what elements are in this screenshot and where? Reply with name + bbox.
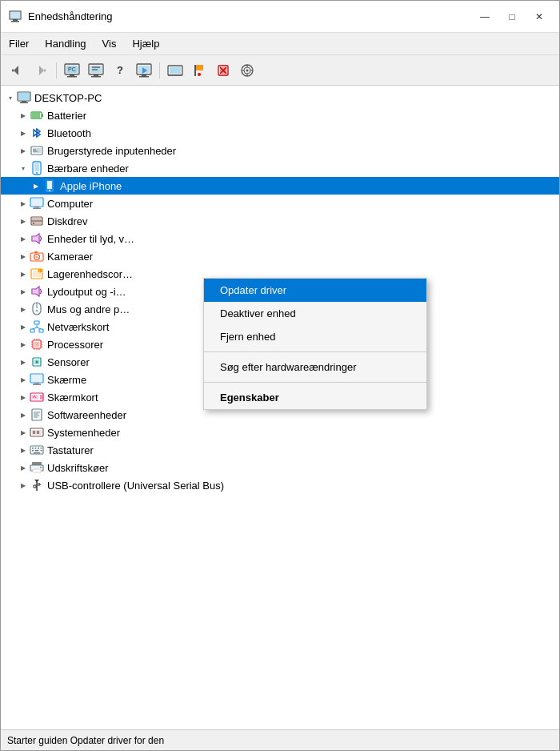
tree-item-iphone[interactable]: ▶ Apple iPhone	[1, 177, 559, 195]
tree-item-usb[interactable]: ▶ USB-controllere (Universal Serial Bus)	[1, 476, 559, 494]
processorer-label: Processorer	[47, 339, 103, 351]
expand-system[interactable]: ▶	[17, 426, 30, 439]
svg-rect-130	[35, 448, 37, 449]
update-driver-toolbar-button[interactable]	[188, 60, 210, 81]
status-bar: Starter guiden Opdater driver for den	[1, 729, 559, 750]
context-menu: Opdater driver Deaktiver enhed Fjern enh…	[203, 278, 427, 410]
menu-vis[interactable]: Vis	[94, 34, 125, 53]
usb-icon	[30, 478, 44, 492]
expand-disk[interactable]: ▶	[17, 215, 30, 227]
tree-item-bluetooth[interactable]: ▶ Bluetooth	[1, 124, 559, 142]
disk-label: Diskdrev	[47, 215, 88, 227]
expand-tastaturer[interactable]: ▶	[17, 444, 30, 456]
tree-item-system[interactable]: ▶ Systemenheder	[1, 424, 559, 441]
expand-software[interactable]: ▶	[17, 408, 30, 421]
monitor-icon	[30, 372, 44, 387]
expand-input[interactable]: ▶	[17, 144, 30, 157]
context-menu-deaktiver[interactable]: Deaktiver enhed	[204, 302, 426, 325]
context-menu-soeg[interactable]: Søg efter hardwareændringer	[204, 355, 426, 379]
expand-mus[interactable]: ▶	[17, 303, 30, 315]
expand-skaerme[interactable]: ▶	[17, 373, 30, 386]
svg-rect-87	[30, 329, 34, 332]
svg-rect-132	[41, 448, 42, 449]
expand-usb[interactable]: ▶	[17, 479, 30, 492]
computer-props-button[interactable]	[164, 60, 186, 81]
svg-rect-140	[33, 469, 41, 472]
context-menu-egenskaber[interactable]: Egenskaber	[204, 386, 426, 409]
tree-item-input[interactable]: ▶ Brugerstyrede inputenheder	[1, 142, 559, 159]
menu-filer[interactable]: Filer	[1, 34, 37, 53]
scan-button[interactable]	[133, 60, 155, 81]
root-label: DESKTOP-PC	[34, 92, 102, 104]
tree-item-batterier[interactable]: ▶ Batterier	[1, 106, 559, 124]
svg-point-58	[36, 172, 38, 174]
device-properties-button[interactable]: PC	[61, 60, 83, 81]
printer-icon	[30, 460, 44, 475]
svg-rect-115	[40, 395, 42, 400]
tree-item-kameraer[interactable]: ▶ Kameraer	[1, 247, 559, 265]
lydoutput-label: Lydoutput og -i…	[47, 286, 126, 298]
expand-udskrift[interactable]: ▶	[17, 461, 30, 474]
svg-point-70	[33, 223, 34, 224]
expand-bluetooth[interactable]: ▶	[17, 127, 30, 139]
expand-processorer[interactable]: ▶	[17, 338, 30, 351]
svg-rect-16	[91, 76, 101, 78]
expand-iphone[interactable]: ▶	[30, 179, 42, 192]
tree-item-tastaturer[interactable]: ▶ Tastaturer	[1, 441, 559, 459]
back-button[interactable]	[6, 60, 28, 81]
expand-baerbare[interactable]: ▾	[17, 162, 30, 175]
input-label: Brugerstyrede inputenheder	[47, 145, 176, 157]
battery-icon	[30, 108, 44, 122]
iphone-label: Apple iPhone	[60, 180, 122, 192]
menu-hjaelp[interactable]: Hjælp	[124, 34, 167, 53]
expand-sound[interactable]: ▶	[17, 232, 30, 245]
svg-rect-135	[41, 450, 42, 452]
expand-skaermkort[interactable]: ▶	[17, 391, 30, 404]
tree-item-udskrift[interactable]: ▶ Udskriftskøer	[1, 459, 559, 476]
tree-item-computer[interactable]: ▶ Computer	[1, 195, 559, 212]
svg-rect-131	[38, 448, 39, 449]
storage-label: Lagerenhedscor…	[47, 268, 133, 280]
svg-rect-5	[12, 69, 14, 71]
computer2-label: Computer	[47, 198, 93, 210]
menu-bar: Filer Handling Vis Hjælp	[1, 33, 559, 55]
context-menu-fjern[interactable]: Fjern enhed	[204, 325, 426, 348]
scan-hardware-button[interactable]	[236, 60, 258, 81]
expand-sensorer[interactable]: ▶	[17, 355, 30, 368]
context-menu-opdater[interactable]: Opdater driver	[204, 279, 426, 302]
forward-button[interactable]	[30, 60, 52, 81]
expand-batterier[interactable]: ▶	[17, 109, 30, 122]
svg-marker-6	[39, 66, 44, 75]
help-button[interactable]: ?	[109, 60, 131, 81]
svg-rect-2	[11, 21, 19, 22]
toolbar: PC ?	[1, 55, 559, 86]
minimize-button[interactable]: —	[473, 7, 497, 26]
maximize-button[interactable]: □	[500, 7, 524, 26]
context-menu-separator-2	[204, 382, 426, 383]
uninstall-button[interactable]	[212, 60, 234, 81]
close-button[interactable]: ✕	[527, 7, 551, 26]
keyboard-icon	[30, 443, 44, 457]
resources-button[interactable]	[85, 60, 107, 81]
expand-kameraer[interactable]: ▶	[17, 250, 30, 263]
expand-root[interactable]: ▾	[4, 91, 17, 104]
svg-rect-144	[34, 485, 36, 488]
cpu-icon	[30, 337, 44, 351]
tree-item-baerbare[interactable]: ▾ Bærbare enheder	[1, 159, 559, 177]
svg-rect-127	[37, 431, 39, 434]
menu-handling[interactable]: Handling	[37, 34, 94, 53]
expand-computer[interactable]: ▶	[17, 197, 30, 210]
main-content: ▾ DESKTOP-PC ▶	[1, 86, 559, 729]
svg-rect-60	[47, 181, 52, 189]
expand-netvaerk[interactable]: ▶	[17, 320, 30, 333]
svg-point-75	[36, 256, 38, 259]
expand-storage[interactable]: ▶	[17, 267, 30, 280]
expand-lydoutput[interactable]: ▶	[17, 285, 30, 298]
sound-label: Enheder til lyd, v…	[47, 233, 134, 245]
tree-root[interactable]: ▾ DESKTOP-PC	[1, 89, 559, 106]
tree-item-sound[interactable]: ▶ Enheder til lyd, v…	[1, 230, 559, 247]
svg-rect-22	[139, 76, 149, 78]
svg-rect-57	[34, 163, 39, 171]
tree-item-disk[interactable]: ▶ Diskdrev	[1, 212, 559, 230]
svg-marker-28	[196, 65, 203, 70]
